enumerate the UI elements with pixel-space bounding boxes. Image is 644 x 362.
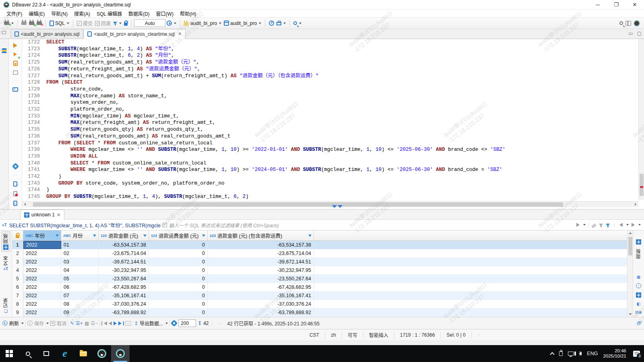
close-button[interactable]: ✕ [625, 0, 644, 9]
cell[interactable]: 07 [61, 292, 99, 300]
table-row[interactable]: 8202208-37,030,376.240-37,030,376.24 [12, 300, 627, 309]
chevron-down-icon[interactable] [626, 224, 629, 226]
cell[interactable]: 2022 [23, 283, 61, 291]
column-filter-icon[interactable] [56, 234, 59, 237]
settings-gear-icon[interactable] [13, 164, 18, 169]
taskbar-dbeaver-1[interactable] [93, 345, 111, 362]
goto-row-button[interactable]: ⁝ [126, 321, 130, 326]
history-back-icon[interactable] [619, 223, 623, 227]
column-header[interactable]: 123退款金额 (元) [99, 230, 149, 241]
table-row[interactable]: 4202204-30,232,947.950-30,232,947.95 [12, 266, 627, 275]
scroll-right-icon[interactable] [635, 203, 637, 206]
export-script-icon[interactable] [13, 181, 17, 187]
table-row[interactable]: 5202205-23,550,267.640-23,550,267.64 [12, 275, 627, 283]
taskbar-search-button[interactable] [19, 345, 37, 362]
taskbar-ie[interactable]: e [56, 345, 74, 362]
add-row-button[interactable]: ☰+ [76, 321, 83, 326]
result-grid[interactable]: ABC年份ABC月份123退款金额 (元)123退款运费金额 (元)123退款金… [12, 230, 627, 317]
cell[interactable]: 06 [61, 283, 99, 291]
maximize-button[interactable]: ❐ [607, 0, 625, 9]
history-forward-icon[interactable] [632, 223, 635, 227]
fetch-all-icon[interactable]: ↧ [198, 321, 202, 326]
cell[interactable]: 2022 [23, 258, 61, 266]
sql-code[interactable]: SELECT SUBSTR(mgclear_time_t, 1, 4) AS "… [43, 39, 644, 200]
quick-search-icon[interactable] [619, 21, 623, 25]
new-connection-button[interactable]: + [3, 21, 15, 26]
file-template-icon[interactable] [13, 201, 17, 206]
scrollbar-thumb[interactable] [640, 174, 644, 196]
next-page-button[interactable] [114, 321, 117, 325]
metadata-icon[interactable]: ⋮ [636, 283, 641, 288]
cell[interactable]: 2022 [23, 300, 61, 308]
refresh-button[interactable]: ↻刷新 [2, 320, 24, 327]
minimize-button[interactable]: ─ [588, 0, 607, 9]
chevron-down-icon[interactable] [638, 224, 641, 226]
menu-item[interactable]: SQL 编辑器 [93, 10, 125, 17]
cell[interactable]: -30,232,947.95 [208, 266, 314, 274]
execute-new-tab-icon[interactable]: + [14, 52, 17, 56]
taskbar-dbeaver-2-active[interactable] [111, 345, 130, 362]
column-header[interactable]: ABC年份 [23, 230, 61, 241]
transaction-log-button[interactable] [165, 20, 178, 27]
chevron-down-icon[interactable] [583, 224, 586, 226]
calc-panel-icon[interactable]: ⊟⊕ [635, 310, 642, 315]
copy-status-icon[interactable]: 🗗 [637, 321, 642, 326]
sql-editor-button[interactable]: SQL [48, 20, 70, 27]
dashboard-button[interactable] [268, 20, 275, 27]
row-number[interactable]: 7 [12, 292, 23, 300]
splitter-collapse-control[interactable] [332, 205, 343, 208]
cell[interactable]: 0 [149, 249, 208, 257]
column-filter-icon[interactable] [93, 234, 96, 237]
cell[interactable]: -37,030,376.24 [208, 300, 314, 308]
cell[interactable]: -67,428,682.95 [99, 283, 149, 291]
sql-console-icon[interactable] [12, 87, 18, 92]
column-header[interactable]: ABC月份 [61, 230, 99, 241]
cancel-button[interactable]: ✕取消 [50, 320, 66, 327]
row-number[interactable]: 4 [12, 266, 23, 274]
apply-filter-icon[interactable] [576, 223, 580, 227]
menu-item[interactable]: 搜索(A) [71, 10, 93, 17]
row-number[interactable]: 6 [12, 283, 23, 291]
column-header[interactable]: 123退款运费金额 (元) [149, 230, 208, 241]
aggregate-icon[interactable] [636, 292, 641, 298]
cell[interactable]: 09 [61, 309, 99, 317]
start-button[interactable] [0, 345, 19, 362]
table-row[interactable]: 3202203-39,672,144.510-39,672,144.51 [12, 258, 627, 266]
action-center-icon[interactable]: 3 [633, 351, 640, 357]
row-number[interactable]: 2 [12, 249, 23, 257]
table-row[interactable]: 2202202-23,675,714.040-23,675,714.04 [12, 249, 627, 258]
value-viewer-icon[interactable]: ▦ [637, 275, 640, 279]
database-navigator-icon[interactable] [2, 48, 7, 50]
table-row[interactable]: 9202209-63,789,888.920-63,789,888.92 [12, 309, 627, 317]
row-number[interactable]: 5 [12, 275, 23, 283]
cell[interactable]: 2022 [23, 292, 61, 300]
usb-icon[interactable] [559, 351, 563, 356]
column-filter-icon[interactable] [308, 234, 312, 237]
transaction-mode-button[interactable] [112, 21, 123, 25]
user-avatar[interactable] [634, 20, 640, 27]
last-page-button[interactable] [118, 321, 124, 325]
row-number[interactable]: 9 [12, 309, 23, 317]
taskbar-explorer[interactable] [74, 345, 93, 362]
volume-icon[interactable] [579, 352, 582, 356]
delete-row-button[interactable]: ☰− [91, 321, 98, 326]
task-view-button[interactable] [37, 345, 56, 362]
network-icon[interactable] [568, 352, 574, 356]
reconnect-button[interactable]: ↻ [28, 21, 35, 26]
cell[interactable]: 0 [149, 283, 208, 291]
cell[interactable]: 2022 [23, 275, 61, 283]
cell[interactable]: 2022 [23, 266, 61, 274]
cell[interactable]: 0 [149, 258, 208, 266]
minimize-editor-icon[interactable]: ▭ [628, 31, 633, 36]
scroll-down-icon[interactable] [629, 313, 632, 315]
commit-button[interactable]: ✓提交 [76, 19, 94, 27]
cell[interactable]: 0 [149, 241, 208, 249]
clear-filter-icon[interactable] [591, 223, 597, 228]
layout-icon[interactable]: ◧ [637, 302, 640, 306]
language-indicator[interactable]: ENG [587, 351, 598, 356]
execute-script-icon[interactable] [13, 61, 18, 66]
scrollbar-thumb[interactable] [33, 202, 563, 207]
cell[interactable]: 01 [61, 241, 99, 249]
filter-input[interactable]: 输入一个 SQL 表达式来过滤结果 (使用 Ctrl+Space) [169, 222, 574, 228]
tab-analysis-cleartime-sql[interactable]: <audit_bi_pro> analysis_cleartime.sql ✕ [83, 29, 186, 39]
